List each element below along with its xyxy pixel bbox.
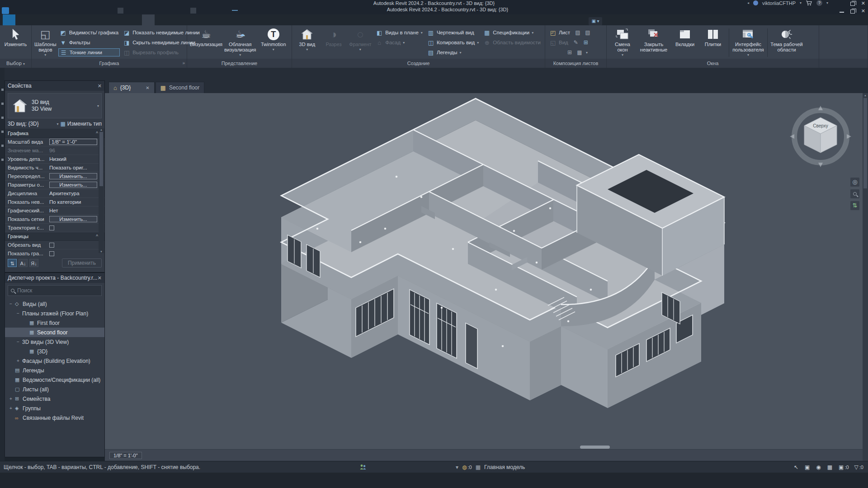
ribbon-tab[interactable] <box>15 14 28 25</box>
cloud-render-button[interactable]: ☕☁ Облачная визуализация ▾ <box>224 27 256 59</box>
browser-search[interactable] <box>8 285 102 296</box>
scale-button[interactable]: 1/8" = 1'-0" <box>109 452 142 459</box>
checkbox[interactable] <box>49 243 54 248</box>
design-option-selector[interactable]: Главная модель <box>484 464 525 470</box>
ribbon-tab[interactable] <box>117 14 129 25</box>
panel-label-select[interactable]: Выбор ▾ <box>0 59 31 68</box>
avatar[interactable] <box>753 0 758 5</box>
ribbon-tab[interactable] <box>53 14 66 25</box>
panel-label-create[interactable]: Создание <box>292 59 545 68</box>
tree-item[interactable]: − 3D виды (3D View) <box>5 337 104 347</box>
legends-button[interactable]: ▤Легенды▾ <box>426 48 480 56</box>
ribbon-tab[interactable] <box>28 14 41 25</box>
ribbon-tab[interactable] <box>104 14 117 25</box>
close-inactive-button[interactable]: Закрыть неактивные <box>637 27 670 59</box>
expander-icon[interactable]: + <box>9 406 15 411</box>
worksets-icon[interactable] <box>359 464 367 470</box>
view-cube[interactable]: Сверху <box>782 100 859 177</box>
property-row[interactable]: Траектория с... ^ <box>5 224 104 232</box>
section-collapse-icon[interactable]: ^ <box>96 234 98 239</box>
tree-item[interactable]: ▢ Листы (all) <box>5 385 104 394</box>
zoom-tool-icon[interactable] <box>850 189 860 199</box>
selection-toggle-icon[interactable]: ◉ <box>816 464 821 470</box>
project-browser-header[interactable]: Диспетчер проекта - Backcountry.r... ✕ <box>5 273 104 283</box>
property-row[interactable]: Дисциплина Архитектура Архитектура ^ <box>5 189 104 198</box>
close-button[interactable]: ✕ <box>861 0 865 6</box>
close-icon[interactable]: ✕ <box>98 83 102 89</box>
account-caret-icon[interactable]: ▾ <box>800 1 802 5</box>
viewport-icon[interactable]: ✎ <box>572 39 580 46</box>
type-caret-icon[interactable]: ▾ <box>97 104 99 108</box>
elevation-button[interactable]: ⌂Фасад▾ <box>374 38 424 47</box>
tree-item[interactable]: + ⊞ Семейства <box>5 394 104 404</box>
edit-type-button[interactable]: ▦Изменить тип <box>60 121 102 127</box>
restore-button-2[interactable] <box>850 9 855 14</box>
help-icon[interactable]: ? <box>816 0 822 6</box>
workspace-theme-button[interactable]: Тема рабочей области <box>770 27 803 59</box>
view-tab[interactable]: ⌂ {3D} ✕ <box>108 82 155 93</box>
cart-icon[interactable] <box>806 0 812 6</box>
property-row[interactable]: Переопредел... Изменить... Изменить... ^ <box>5 172 104 181</box>
thin-lines-button[interactable]: ☰Тонкие линии <box>58 48 120 56</box>
drawing-area[interactable]: Сверху ◎ ⇅ 1/8" = 1'-0" <box>105 93 863 461</box>
ribbon-tab[interactable] <box>66 14 79 25</box>
ribbon-tab[interactable] <box>155 14 167 25</box>
horizontal-scroll-thumb[interactable] <box>580 446 610 449</box>
checkbox[interactable] <box>49 251 54 256</box>
expander-icon[interactable]: − <box>17 311 22 316</box>
3d-model[interactable] <box>105 93 863 461</box>
view3d-button[interactable]: 3D вид ▾ <box>295 27 320 59</box>
editable-items-icon[interactable]: ◍:0 <box>462 464 472 470</box>
section-button[interactable]: ◑ Разрез <box>321 27 346 59</box>
tree-item[interactable]: ▦ Second floor <box>5 328 104 337</box>
tile-views-button[interactable]: Плитки <box>700 27 726 59</box>
properties-header[interactable]: Свойства ✕ <box>5 81 104 91</box>
sort-default-icon[interactable]: ⇅ <box>8 259 17 267</box>
sheet-button[interactable]: ◰Лист <box>548 28 571 37</box>
expander-icon[interactable]: − <box>17 339 22 344</box>
workset-caret-icon[interactable]: ▾ <box>456 464 458 470</box>
tree-item[interactable]: ∞ Связанные файлы Revit <box>5 413 104 422</box>
twinmotion-button[interactable]: T Twinmotion ▾ <box>258 27 289 59</box>
ribbon-tab[interactable] <box>3 14 15 25</box>
property-row[interactable]: Масштаб вида 1/8" = 1'-0" 1/8" = 1'-0" ^ <box>5 138 104 146</box>
selection-toggle-icon[interactable]: ▣:0 <box>839 464 849 470</box>
restore-button[interactable] <box>850 2 855 6</box>
close-tab-icon[interactable]: ✕ <box>146 85 149 90</box>
property-row[interactable]: Показать гра... ^ <box>5 249 104 257</box>
property-row[interactable]: Графика ^ <box>5 129 104 138</box>
property-row[interactable]: Уровень дета... Низкий Низкий ^ <box>5 155 104 164</box>
panel-label-presentation[interactable]: Представление <box>187 59 292 68</box>
panel-label-sheet[interactable]: Композиция листов <box>545 59 606 68</box>
titleblock-icon[interactable]: ▨ <box>574 29 581 36</box>
property-row[interactable]: Графический... Нет Нет ^ <box>5 206 104 215</box>
matchline-icon[interactable]: ▩ <box>576 49 583 56</box>
modify-button[interactable]: Изменить <box>3 27 28 59</box>
switch-windows-button[interactable]: Смена окон ▾ <box>609 27 636 59</box>
property-row[interactable]: Обрезать вид ^ <box>5 241 104 249</box>
view-tab[interactable]: ▦ Second floor <box>156 82 205 93</box>
property-row[interactable]: Значение ма... 96 96 ^ <box>5 146 104 155</box>
selection-toggle-icon[interactable]: ▦ <box>827 464 833 470</box>
selection-toggle-icon[interactable]: ↖ <box>794 464 799 470</box>
view-templates-button[interactable]: ◱ Шаблоны видов ▾ <box>34 27 57 59</box>
tree-item[interactable]: + ◈ Группы <box>5 404 104 413</box>
sort-descending-icon[interactable]: Я↓ <box>29 259 38 267</box>
search-input[interactable] <box>17 287 85 294</box>
duplicate-view-button[interactable]: ◫Копировать вид▾ <box>426 38 480 47</box>
callout-button[interactable]: ◌ Фрагмент ▾ <box>348 27 373 59</box>
revisions-icon[interactable]: ▧ <box>584 29 591 36</box>
apply-button[interactable]: Применить <box>62 258 102 267</box>
panel-label-windows[interactable]: Окна <box>607 59 819 68</box>
selection-toggle-icon[interactable]: ▣ <box>805 464 811 470</box>
scope-box-button[interactable]: ⊕Область видимости <box>482 38 542 47</box>
user-interface-button[interactable]: Интерфейс пользователя ▾ <box>732 27 764 59</box>
collapse-icon[interactable]: ◂ <box>747 1 749 5</box>
ribbon-tab[interactable] <box>142 14 155 25</box>
drafting-view-button[interactable]: ▥Чертежный вид <box>426 28 480 37</box>
tree-item[interactable]: ▤ Легенды <box>5 366 104 375</box>
panel-label-graphics[interactable]: Графика» <box>32 59 187 68</box>
activate-view-icon[interactable]: ⊞ <box>582 39 590 46</box>
render-button[interactable]: ☕ Визуализация <box>190 27 222 59</box>
checkbox[interactable] <box>49 225 54 230</box>
